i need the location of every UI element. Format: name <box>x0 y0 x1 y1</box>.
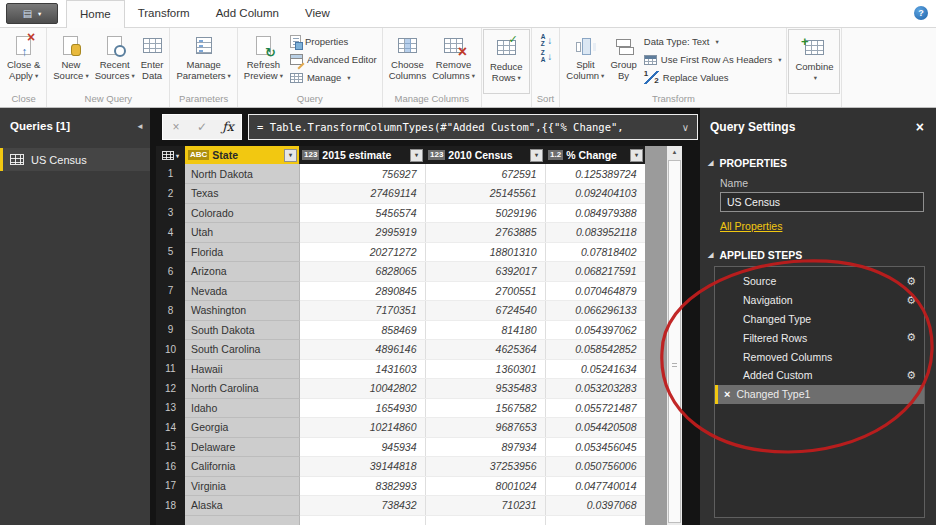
value-cell[interactable]: 9535483 <box>425 379 545 399</box>
formula-cancel-button[interactable]: × <box>163 115 189 139</box>
use-first-row-as-headers-button[interactable]: Use First Row As Headers▾ <box>644 51 782 68</box>
replace-values-button[interactable]: Replace Values <box>644 69 782 86</box>
row-number-cell[interactable]: 12 <box>156 379 185 399</box>
state-cell[interactable]: Washington <box>185 301 299 321</box>
value-cell[interactable]: 0.070464879 <box>545 281 645 301</box>
column-header-change[interactable]: 1.2% Change▾ <box>545 146 645 164</box>
value-cell[interactable] <box>299 515 425 525</box>
applied-step-changed-type[interactable]: Changed Type <box>715 310 924 329</box>
state-cell[interactable]: Arizona <box>185 262 299 282</box>
row-number-cell[interactable]: 11 <box>156 359 185 379</box>
value-cell[interactable]: 2890845 <box>299 281 425 301</box>
row-number-cell[interactable]: 3 <box>156 203 185 223</box>
row-number-cell[interactable]: 6 <box>156 262 185 282</box>
value-cell[interactable]: 0.0397068 <box>545 496 645 516</box>
value-cell[interactable]: 2700551 <box>425 281 545 301</box>
value-cell[interactable]: 2995919 <box>299 223 425 243</box>
row-number-cell[interactable]: 1 <box>156 164 185 184</box>
value-cell[interactable]: 0.053456045 <box>545 437 645 457</box>
formula-confirm-button[interactable]: ✓ <box>189 115 215 139</box>
row-number-cell[interactable]: 16 <box>156 457 185 477</box>
value-cell[interactable]: 1431603 <box>299 359 425 379</box>
tab-transform[interactable]: Transform <box>125 0 203 27</box>
state-cell[interactable]: South Carolina <box>185 340 299 360</box>
row-number-cell[interactable]: 15 <box>156 437 185 457</box>
value-cell[interactable]: 20271272 <box>299 242 425 262</box>
value-cell[interactable]: 945934 <box>299 437 425 457</box>
value-cell[interactable]: 0.054420508 <box>545 418 645 438</box>
value-cell[interactable]: 0.054397062 <box>545 320 645 340</box>
properties-button[interactable]: Properties <box>290 33 377 50</box>
sort-descending-button[interactable]: ZA↓ <box>539 49 555 64</box>
value-cell[interactable]: 9687653 <box>425 418 545 438</box>
scroll-up-icon[interactable]: ▲ <box>667 146 682 159</box>
query-name-input[interactable] <box>720 192 924 212</box>
column-header-2010-census[interactable]: 1232010 Census▾ <box>425 146 545 164</box>
advanced-editor-button[interactable]: Advanced Editor <box>290 51 377 68</box>
state-cell[interactable]: Virginia <box>185 476 299 496</box>
manage-parameters-button[interactable]: ManageParameters▾ <box>173 31 233 82</box>
state-cell[interactable]: Alaska <box>185 496 299 516</box>
value-cell[interactable]: 18801310 <box>425 242 545 262</box>
value-cell[interactable]: 6392017 <box>425 262 545 282</box>
row-number-cell[interactable]: 7 <box>156 281 185 301</box>
value-cell[interactable]: 756927 <box>299 164 425 184</box>
value-cell[interactable]: 5029196 <box>425 203 545 223</box>
value-cell[interactable]: 1654930 <box>299 398 425 418</box>
tab-home[interactable]: Home <box>66 0 125 28</box>
delete-step-icon[interactable]: × <box>724 388 730 400</box>
applied-step-removed-columns[interactable]: Removed Columns <box>715 347 924 366</box>
value-cell[interactable]: 0.058542852 <box>545 340 645 360</box>
new-source-button[interactable]: NewSource▾ <box>50 31 91 82</box>
all-properties-link[interactable]: All Properties <box>700 212 936 232</box>
value-cell[interactable]: 1360301 <box>425 359 545 379</box>
tab-add-column[interactable]: Add Column <box>203 0 292 27</box>
applied-step-changed-type1[interactable]: ×Changed Type1 <box>715 385 924 404</box>
state-cell[interactable]: Idaho <box>185 398 299 418</box>
value-cell[interactable]: 0.125389724 <box>545 164 645 184</box>
state-cell[interactable]: Florida <box>185 242 299 262</box>
gear-icon[interactable]: ⚙ <box>906 369 916 382</box>
formula-input[interactable]: = Table.TransformColumnTypes(#"Added Cus… <box>248 114 698 140</box>
row-number-cell[interactable]: 5 <box>156 242 185 262</box>
value-cell[interactable]: 2763885 <box>425 223 545 243</box>
state-cell[interactable]: Georgia <box>185 418 299 438</box>
value-cell[interactable] <box>425 515 545 525</box>
data-type-button[interactable]: Data Type: Text▾ <box>644 33 782 50</box>
applied-step-filtered-rows[interactable]: Filtered Rows⚙ <box>715 328 924 347</box>
reduce-rows-button[interactable]: ReduceRows▾ <box>487 33 526 84</box>
column-header-2015-estimate[interactable]: 1232015 estimate▾ <box>299 146 425 164</box>
vertical-scrollbar[interactable]: ▲ <box>667 146 682 525</box>
value-cell[interactable]: 0.066296133 <box>545 301 645 321</box>
value-cell[interactable]: 858469 <box>299 320 425 340</box>
value-cell[interactable]: 0.068217591 <box>545 262 645 282</box>
state-cell[interactable]: South Dakota <box>185 320 299 340</box>
row-number-cell[interactable]: 14 <box>156 418 185 438</box>
value-cell[interactable]: 6828065 <box>299 262 425 282</box>
row-number-cell[interactable]: 8 <box>156 301 185 321</box>
state-cell[interactable]: Delaware <box>185 437 299 457</box>
group-by-button[interactable]: GroupBy <box>607 31 639 82</box>
row-number-cell[interactable]: 18 <box>156 496 185 516</box>
value-cell[interactable]: 0.07818402 <box>545 242 645 262</box>
row-number-cell[interactable]: 4 <box>156 223 185 243</box>
enter-data-button[interactable]: EnterData <box>138 31 167 82</box>
value-cell[interactable]: 0.050756006 <box>545 457 645 477</box>
value-cell[interactable]: 710231 <box>425 496 545 516</box>
query-item-us-census[interactable]: US Census <box>0 148 150 171</box>
value-cell[interactable]: 1567582 <box>425 398 545 418</box>
value-cell[interactable]: 10214860 <box>299 418 425 438</box>
value-cell[interactable]: 5456574 <box>299 203 425 223</box>
value-cell[interactable]: 10042802 <box>299 379 425 399</box>
combine-button[interactable]: Combine▾ <box>792 33 836 84</box>
state-cell[interactable]: North Carolina <box>185 379 299 399</box>
value-cell[interactable]: 4625364 <box>425 340 545 360</box>
state-cell[interactable]: Colorado <box>185 203 299 223</box>
value-cell[interactable]: 0.055721487 <box>545 398 645 418</box>
filter-button[interactable]: ▾ <box>630 149 643 162</box>
remove-columns-button[interactable]: RemoveColumns▾ <box>429 31 478 82</box>
collapse-panel-icon[interactable]: ◄ <box>136 122 144 131</box>
row-number-cell[interactable]: 9 <box>156 320 185 340</box>
column-header-state[interactable]: ABCState▾ <box>185 146 299 164</box>
row-number-cell[interactable]: 17 <box>156 476 185 496</box>
